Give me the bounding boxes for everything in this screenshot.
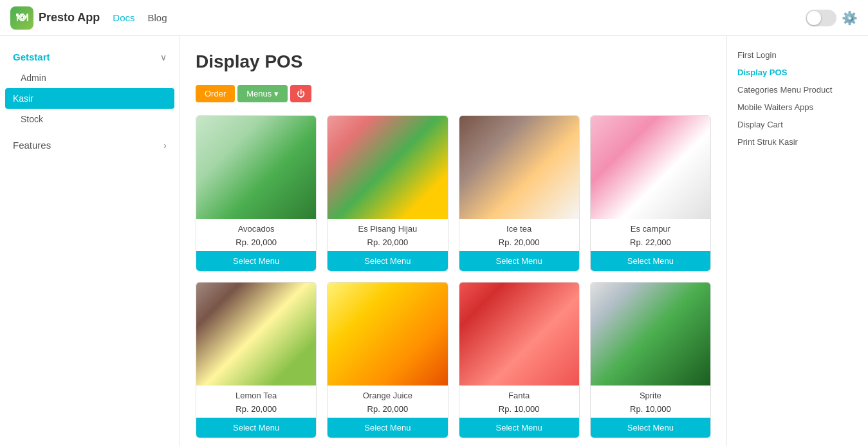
- product-card-orange-juice: Orange JuiceRp. 20,000Select Menu: [327, 282, 448, 438]
- product-price-es-pisang-hijau: Rp. 20,000: [328, 236, 447, 251]
- product-image-es-pisang-hijau: [328, 116, 447, 219]
- select-menu-button-es-pisang-hijau[interactable]: Select Menu: [328, 251, 447, 271]
- sidebar-section-features: Features ›: [0, 135, 180, 156]
- product-grid: AvocadosRp. 20,000Select MenuEs Pisang H…: [196, 115, 711, 438]
- sidebar-item-stock[interactable]: Stock: [0, 109, 180, 129]
- right-sidebar-link-display-pos[interactable]: Display POS: [737, 64, 858, 81]
- product-card-fanta: FantaRp. 10,000Select Menu: [459, 282, 580, 438]
- product-image-lemon-tea: [196, 283, 316, 386]
- product-image-sprite: [591, 283, 710, 386]
- product-card-lemon-tea: Lemon TeaRp. 20,000Select Menu: [196, 282, 317, 438]
- select-menu-button-ice-tea[interactable]: Select Menu: [459, 251, 579, 271]
- product-price-ice-tea: Rp. 20,000: [459, 236, 579, 251]
- docs-link[interactable]: Docs: [113, 12, 134, 23]
- product-image-avocados: [196, 116, 316, 219]
- product-name-avocados: Avocados: [196, 219, 316, 236]
- sidebar-features-label: Features: [13, 140, 51, 151]
- select-menu-button-fanta[interactable]: Select Menu: [459, 418, 579, 438]
- sidebar-item-admin[interactable]: Admin: [0, 68, 180, 88]
- navbar-left: 🍽 Presto App Docs Blog: [10, 6, 167, 30]
- sidebar-features-header[interactable]: Features ›: [0, 135, 180, 156]
- left-sidebar: Getstart ∨ Admin Kasir Stock Features ›: [0, 36, 180, 446]
- product-name-fanta: Fanta: [459, 386, 579, 403]
- sidebar-item-kasir[interactable]: Kasir: [5, 88, 174, 109]
- sidebar-section-getstart: Getstart ∨ Admin Kasir Stock: [0, 46, 180, 129]
- navbar: 🍽 Presto App Docs Blog ⚙️: [0, 0, 868, 36]
- product-name-ice-tea: Ice tea: [459, 219, 579, 236]
- product-image-fanta: [459, 283, 579, 386]
- layout: Getstart ∨ Admin Kasir Stock Features › …: [0, 36, 868, 446]
- product-image-orange-juice: [328, 283, 447, 386]
- power-button[interactable]: ⏻: [290, 85, 311, 102]
- right-sidebar-link-print-struk[interactable]: Print Struk Kasir: [737, 133, 858, 151]
- product-price-avocados: Rp. 20,000: [196, 236, 316, 251]
- menus-button[interactable]: Menus ▾: [237, 85, 288, 102]
- brand-name: Presto App: [39, 11, 100, 24]
- right-sidebar-link-display-cart[interactable]: Display Cart: [737, 116, 858, 133]
- brand-icon: 🍽: [10, 6, 33, 30]
- select-menu-button-es-campur[interactable]: Select Menu: [591, 251, 710, 271]
- navbar-right: ⚙️: [806, 10, 858, 26]
- right-sidebar-link-categories-menu[interactable]: Categories Menu Product: [737, 81, 858, 98]
- chevron-down-icon: ∨: [160, 52, 167, 62]
- page-title: Display POS: [196, 51, 711, 72]
- product-name-orange-juice: Orange Juice: [328, 386, 447, 403]
- main-content: Display POS Order Menus ▾ ⏻ AvocadosRp. …: [180, 36, 726, 446]
- blog-link[interactable]: Blog: [148, 12, 167, 23]
- select-menu-button-sprite[interactable]: Select Menu: [591, 418, 710, 438]
- order-button[interactable]: Order: [196, 85, 235, 102]
- right-sidebar-link-mobile-waiters[interactable]: Mobile Waiters Apps: [737, 98, 858, 116]
- theme-toggle-knob: [807, 11, 821, 25]
- product-name-sprite: Sprite: [591, 386, 710, 403]
- gear-icon[interactable]: ⚙️: [842, 10, 858, 26]
- product-price-fanta: Rp. 10,000: [459, 403, 579, 418]
- product-image-ice-tea: [459, 116, 579, 219]
- product-name-lemon-tea: Lemon Tea: [196, 386, 316, 403]
- product-name-es-pisang-hijau: Es Pisang Hijau: [328, 219, 447, 236]
- product-price-lemon-tea: Rp. 20,000: [196, 403, 316, 418]
- toolbar: Order Menus ▾ ⏻: [196, 85, 711, 102]
- brand[interactable]: 🍽 Presto App: [10, 6, 100, 30]
- theme-toggle[interactable]: [806, 10, 836, 26]
- product-card-es-campur: Es campurRp. 22,000Select Menu: [590, 115, 711, 272]
- select-menu-button-avocados[interactable]: Select Menu: [196, 251, 316, 271]
- product-price-sprite: Rp. 10,000: [591, 403, 710, 418]
- product-name-es-campur: Es campur: [591, 219, 710, 236]
- product-price-es-campur: Rp. 22,000: [591, 236, 710, 251]
- sidebar-getstart-header[interactable]: Getstart ∨: [0, 46, 180, 68]
- sidebar-getstart-label: Getstart: [13, 51, 50, 62]
- product-price-orange-juice: Rp. 20,000: [328, 403, 447, 418]
- product-card-avocados: AvocadosRp. 20,000Select Menu: [196, 115, 317, 272]
- right-sidebar-link-first-login[interactable]: First Login: [737, 46, 858, 64]
- product-card-es-pisang-hijau: Es Pisang HijauRp. 20,000Select Menu: [327, 115, 448, 272]
- product-card-sprite: SpriteRp. 10,000Select Menu: [590, 282, 711, 438]
- select-menu-button-orange-juice[interactable]: Select Menu: [328, 418, 447, 438]
- select-menu-button-lemon-tea[interactable]: Select Menu: [196, 418, 316, 438]
- product-image-es-campur: [591, 116, 710, 219]
- chevron-right-icon: ›: [163, 140, 167, 151]
- product-card-ice-tea: Ice teaRp. 20,000Select Menu: [459, 115, 580, 272]
- right-sidebar: First LoginDisplay POSCategories Menu Pr…: [726, 36, 868, 446]
